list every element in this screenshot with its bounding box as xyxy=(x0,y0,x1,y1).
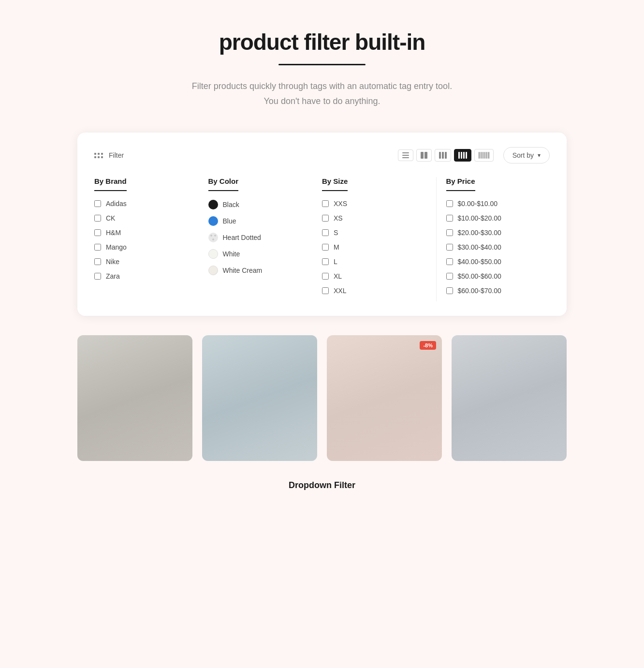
page-title: product filter built-in xyxy=(77,29,567,55)
color-swatch xyxy=(208,216,218,226)
size-checkbox[interactable] xyxy=(322,215,329,222)
brand-label: Nike xyxy=(106,258,119,266)
filter-button[interactable]: Filter xyxy=(94,151,124,159)
subtitle: Filter products quickly through tags wit… xyxy=(153,79,491,108)
list-item[interactable]: $60.00-$70.00 xyxy=(446,287,541,295)
list-item[interactable]: $0.00-$10.00 xyxy=(446,200,541,208)
list-item[interactable]: Nike xyxy=(94,258,199,266)
list-item[interactable]: XXS xyxy=(322,200,426,208)
price-title: By Price xyxy=(446,177,475,191)
chevron-down-icon: ▾ xyxy=(538,152,541,159)
view-3col-button[interactable] xyxy=(435,149,451,162)
header-section: product filter built-in Filter products … xyxy=(77,29,567,108)
filter-price: By Price $0.00-$10.00$10.00-$20.00$20.00… xyxy=(436,177,550,301)
title-underline xyxy=(278,64,366,65)
size-checkbox[interactable] xyxy=(322,229,329,236)
size-label: XXS xyxy=(334,200,347,208)
price-label: $0.00-$10.00 xyxy=(458,200,498,208)
list-item[interactable]: Mango xyxy=(94,243,199,251)
list-item[interactable]: S xyxy=(322,229,426,237)
product-grid: -8% xyxy=(77,335,567,461)
list-item[interactable]: M xyxy=(322,243,426,251)
brand-label: H&M xyxy=(106,229,121,237)
price-checkbox[interactable] xyxy=(446,258,453,265)
size-label: XS xyxy=(334,214,343,222)
size-label: S xyxy=(334,229,338,237)
toolbar: Filter xyxy=(94,147,550,163)
list-item[interactable]: $20.00-$30.00 xyxy=(446,229,541,237)
size-checkbox[interactable] xyxy=(322,200,329,207)
price-label: $10.00-$20.00 xyxy=(458,214,501,222)
size-label: XXL xyxy=(334,287,346,295)
list-item[interactable]: $30.00-$40.00 xyxy=(446,243,541,251)
filter-panel: Filter xyxy=(77,133,567,316)
size-items: XXSXSSMLXLXXL xyxy=(322,200,426,295)
filter-size: By Size XXSXSSMLXLXXL xyxy=(322,177,436,301)
filter-color: By Color BlackBlueHeart DottedWhiteWhite… xyxy=(208,177,322,301)
list-item[interactable]: Blue xyxy=(208,216,313,226)
size-checkbox[interactable] xyxy=(322,287,329,294)
filter-icon xyxy=(94,153,103,158)
size-checkbox[interactable] xyxy=(322,258,329,265)
list-item[interactable]: White xyxy=(208,249,313,259)
list-item[interactable]: XS xyxy=(322,214,426,222)
size-checkbox[interactable] xyxy=(322,273,329,280)
list-item[interactable]: XL xyxy=(322,272,426,280)
price-label: $50.00-$60.00 xyxy=(458,272,501,280)
product-image xyxy=(202,335,317,461)
price-checkbox[interactable] xyxy=(446,287,453,294)
price-items: $0.00-$10.00$10.00-$20.00$20.00-$30.00$3… xyxy=(446,200,541,295)
list-item[interactable]: Adidas xyxy=(94,200,199,208)
price-label: $20.00-$30.00 xyxy=(458,229,501,237)
price-label: $30.00-$40.00 xyxy=(458,243,501,251)
view-4col-button[interactable] xyxy=(454,149,471,162)
size-checkbox[interactable] xyxy=(322,244,329,251)
product-card[interactable]: -8% xyxy=(327,335,442,461)
view-list-button[interactable] xyxy=(398,149,413,161)
product-image xyxy=(327,335,442,461)
brand-checkbox[interactable] xyxy=(94,273,101,280)
list-item[interactable]: Heart Dotted xyxy=(208,233,313,242)
color-swatch xyxy=(208,233,218,242)
brand-checkbox[interactable] xyxy=(94,244,101,251)
list-item[interactable]: White Cream xyxy=(208,266,313,275)
size-label: M xyxy=(334,243,339,251)
brand-checkbox[interactable] xyxy=(94,258,101,265)
filter-brand: By Brand AdidasCKH&MMangoNikeZara xyxy=(94,177,208,301)
list-item[interactable]: CK xyxy=(94,214,199,222)
sort-dropdown[interactable]: Sort by ▾ xyxy=(503,147,550,163)
price-checkbox[interactable] xyxy=(446,273,453,280)
list-item[interactable]: $10.00-$20.00 xyxy=(446,214,541,222)
size-label: XL xyxy=(334,272,342,280)
price-checkbox[interactable] xyxy=(446,229,453,236)
list-item[interactable]: H&M xyxy=(94,229,199,237)
color-label: Blue xyxy=(223,217,236,225)
price-checkbox[interactable] xyxy=(446,200,453,207)
list-item[interactable]: L xyxy=(322,258,426,266)
list-item[interactable]: Black xyxy=(208,200,313,209)
price-checkbox[interactable] xyxy=(446,215,453,222)
filter-columns: By Brand AdidasCKH&MMangoNikeZara By Col… xyxy=(94,177,550,301)
product-card[interactable] xyxy=(202,335,317,461)
product-card[interactable] xyxy=(77,335,192,461)
price-label: $60.00-$70.00 xyxy=(458,287,501,295)
list-item[interactable]: $40.00-$50.00 xyxy=(446,258,541,266)
color-label: White xyxy=(223,250,240,258)
color-title: By Color xyxy=(208,177,239,191)
brand-checkbox[interactable] xyxy=(94,215,101,222)
product-image xyxy=(452,335,567,461)
product-card[interactable] xyxy=(452,335,567,461)
view-2col-button[interactable] xyxy=(416,149,432,162)
list-item[interactable]: XXL xyxy=(322,287,426,295)
view-6col-button[interactable] xyxy=(474,149,494,162)
list-item[interactable]: Zara xyxy=(94,272,199,280)
price-checkbox[interactable] xyxy=(446,244,453,251)
size-title: By Size xyxy=(322,177,348,191)
color-label: Heart Dotted xyxy=(223,234,261,241)
color-swatch xyxy=(208,249,218,259)
brand-checkbox[interactable] xyxy=(94,229,101,236)
brand-checkbox[interactable] xyxy=(94,200,101,207)
list-item[interactable]: $50.00-$60.00 xyxy=(446,272,541,280)
view-icons xyxy=(398,149,494,162)
size-label: L xyxy=(334,258,337,266)
